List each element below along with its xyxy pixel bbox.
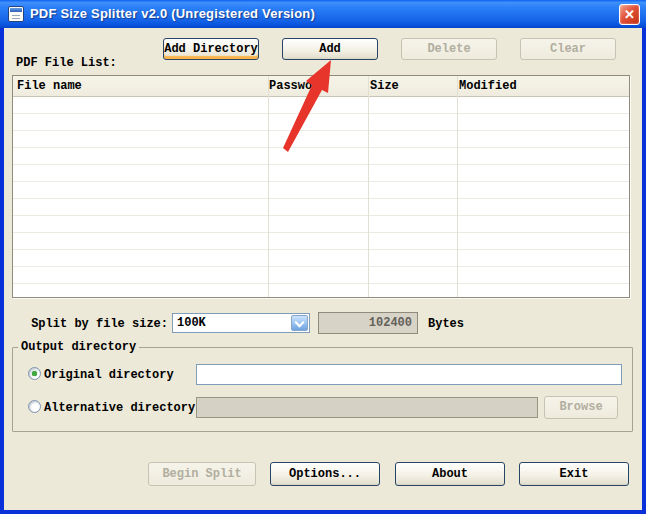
about-button[interactable]: About — [395, 462, 505, 486]
app-window: PDF Size Splitter v2.0 (Unregistered Ver… — [0, 0, 646, 514]
begin-split-button: Begin Split — [148, 462, 256, 486]
browse-button: Browse — [544, 396, 618, 419]
bytes-value-field: 102400 — [318, 312, 418, 334]
add-directory-button[interactable]: Add Directory — [163, 38, 259, 60]
column-header-size[interactable]: Size — [370, 79, 399, 93]
split-size-selected-value: 100K — [177, 316, 206, 330]
original-directory-radio[interactable] — [28, 367, 41, 380]
output-directory-group-label: Output directory — [18, 340, 139, 354]
pdf-file-list-label: PDF File List: — [16, 56, 117, 70]
table-header-row[interactable]: File name Password Size Modified — [13, 76, 629, 97]
column-divider — [268, 76, 269, 297]
alternative-directory-radio[interactable] — [28, 400, 41, 413]
column-header-filename[interactable]: File name — [17, 79, 82, 93]
alternative-directory-input — [196, 397, 538, 418]
options-button[interactable]: Options... — [270, 462, 380, 486]
delete-button: Delete — [401, 38, 497, 60]
window-title: PDF Size Splitter v2.0 (Unregistered Ver… — [30, 6, 315, 21]
table-body-empty[interactable] — [13, 97, 629, 297]
split-by-size-label: Split by file size: — [4, 317, 168, 331]
exit-button[interactable]: Exit — [519, 462, 629, 486]
bytes-unit-label: Bytes — [428, 317, 464, 331]
column-header-modified[interactable]: Modified — [459, 79, 517, 93]
column-divider — [368, 76, 369, 297]
clear-button: Clear — [520, 38, 616, 60]
app-icon — [8, 6, 24, 22]
split-size-dropdown[interactable]: 100K — [172, 313, 310, 333]
close-icon[interactable]: ✕ — [619, 4, 640, 25]
alternative-directory-label[interactable]: Alternative directory — [44, 401, 195, 415]
column-header-password[interactable]: Password — [269, 79, 327, 93]
pdf-file-list-table[interactable]: File name Password Size Modified — [12, 75, 630, 298]
original-directory-label[interactable]: Original directory — [44, 368, 174, 382]
title-bar[interactable]: PDF Size Splitter v2.0 (Unregistered Ver… — [0, 0, 646, 28]
dropdown-arrow-button[interactable] — [291, 315, 308, 331]
add-button[interactable]: Add — [282, 38, 378, 60]
output-directory-group — [12, 347, 633, 432]
client-area: Add Directory Add Delete Clear PDF File … — [4, 28, 642, 510]
chevron-down-icon — [295, 318, 305, 328]
original-directory-input[interactable] — [196, 364, 622, 385]
column-divider — [457, 76, 458, 297]
